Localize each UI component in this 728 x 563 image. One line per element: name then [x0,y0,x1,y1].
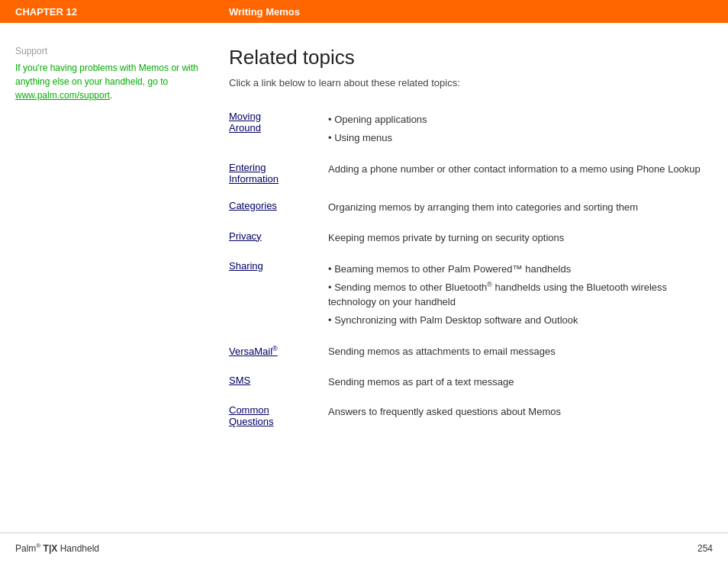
topic-link-entering-information[interactable]: EnteringInformation [229,162,279,185]
support-text-end: . [110,90,112,101]
table-row: Privacy Keeping memos private by turning… [229,227,713,249]
footer-brand: Palm® T|X Handheld [15,542,99,554]
topic-link-sms[interactable]: SMS [229,375,250,386]
table-row: MovingAround Opening applications Using … [229,107,713,150]
main-content: Related topics Click a link below to lea… [221,46,713,517]
sidebar: Support If you're having problems with M… [15,46,221,517]
table-row: VersaMail® Sending memos as attachments … [229,340,713,363]
footer-model: T|X [43,543,58,554]
list-item: Synchronizing with Palm Desktop software… [328,311,713,330]
topic-desc-versaMail: Sending memos as attachments to email me… [328,340,713,363]
list-item: Using menus [328,129,713,147]
table-row: Sharing Beaming memos to other Palm Powe… [229,256,713,333]
header-chapter: CHAPTER 12 [15,6,229,18]
content-wrapper: Support If you're having problems with M… [0,23,728,532]
topic-link-common-questions[interactable]: CommonQuestions [229,404,274,427]
support-label: Support [15,46,206,56]
footer-palm: Palm® [15,543,40,554]
topic-desc-privacy: Keeping memos private by turning on secu… [328,227,713,249]
topic-desc-common-questions: Answers to frequently asked questions ab… [328,401,713,431]
header-title: Writing Memos [229,6,300,18]
table-row: CommonQuestions Answers to frequently as… [229,401,713,431]
list-item: Sending memos to other Bluetooth® handhe… [328,278,713,311]
topic-desc-moving-around: Opening applications Using menus [328,107,713,150]
table-row: EnteringInformation Adding a phone numbe… [229,158,713,188]
footer-suffix: Handheld [60,543,99,554]
footer-page-number: 254 [697,543,713,554]
topic-desc-sms: Sending memos as part of a text message [328,371,713,394]
topic-link-privacy[interactable]: Privacy [229,230,262,242]
support-text-1: If you're having problems with Memos or … [15,63,198,87]
support-link[interactable]: www.palm.com/support [15,90,110,101]
intro-text: Click a link below to learn about these … [229,77,713,88]
topic-desc-categories: Organizing memos by arranging them into … [328,196,713,219]
topic-link-sharing[interactable]: Sharing [229,260,263,272]
footer: Palm® T|X Handheld 254 [0,532,728,563]
header-bar: CHAPTER 12 Writing Memos [0,0,728,23]
list-item: Beaming memos to other Palm Powered™ han… [328,260,713,278]
topic-desc-entering-information: Adding a phone number or other contact i… [328,158,713,188]
topics-table: MovingAround Opening applications Using … [229,107,713,431]
page-title: Related topics [229,46,713,69]
table-row: Categories Organizing memos by arranging… [229,196,713,219]
topic-desc-sharing: Beaming memos to other Palm Powered™ han… [328,256,713,333]
topic-link-moving-around[interactable]: MovingAround [229,111,261,134]
support-text: If you're having problems with Memos or … [15,61,206,102]
list-item: Opening applications [328,111,713,129]
topic-link-categories[interactable]: Categories [229,200,277,211]
topic-link-versaMail[interactable]: VersaMail® [229,346,278,357]
table-row: SMS Sending memos as part of a text mess… [229,371,713,394]
